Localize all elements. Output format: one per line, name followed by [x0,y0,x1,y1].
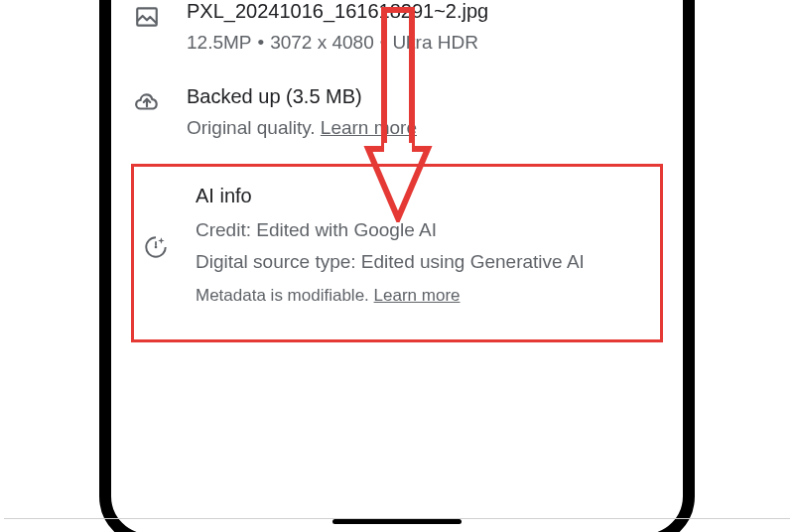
svg-rect-2 [155,241,157,246]
file-info-row: PXL_20241016_161618291~2.jpg 12.5MP•3072… [127,0,667,71]
backup-info-row: Backed up (3.5 MB) Original quality. Lea… [127,71,667,157]
ai-meta-note: Metadata is modifiable. Learn more [196,286,652,306]
cloud-upload-icon [133,85,161,115]
home-indicator[interactable] [332,519,462,524]
file-name: PXL_20241016_161618291~2.jpg [187,0,661,23]
ai-credit: Credit: Edited with Google AI [196,215,652,245]
phone-frame: PXL_20241016_161618291~2.jpg 12.5MP•3072… [99,0,695,532]
svg-point-1 [155,246,158,249]
ai-info-row: AI info Credit: Edited with Google AI Di… [136,175,658,316]
ai-sparkle-icon [142,185,170,260]
ai-info-highlight-box: AI info Credit: Edited with Google AI Di… [131,164,663,342]
divider [4,518,790,519]
file-details: 12.5MP•3072 x 4080•Ultra HDR [187,29,661,58]
backup-title: Backed up (3.5 MB) [187,85,661,108]
image-icon [133,0,161,30]
details-content: PXL_20241016_161618291~2.jpg 12.5MP•3072… [111,0,683,342]
backup-learn-more-link[interactable]: Learn more [321,117,417,138]
ai-info-title: AI info [196,185,652,207]
backup-quality: Original quality. Learn more [187,114,661,143]
ai-learn-more-link[interactable]: Learn more [374,286,461,305]
ai-source-type: Digital source type: Edited using Genera… [196,247,652,277]
